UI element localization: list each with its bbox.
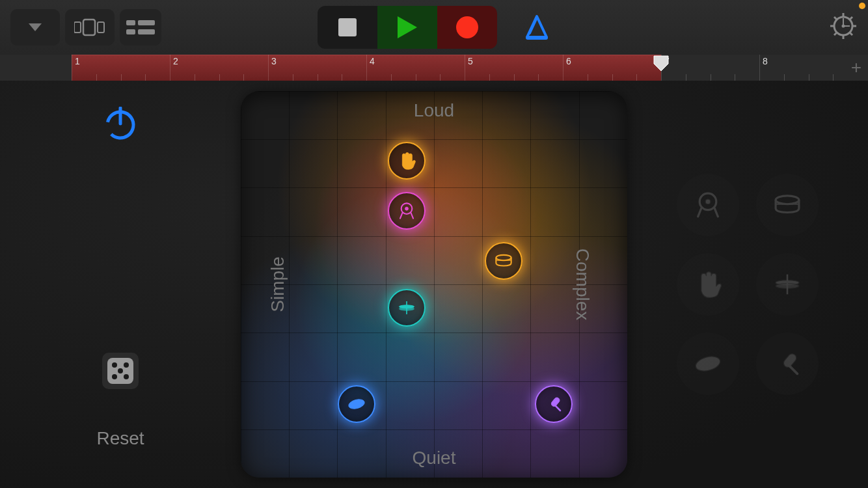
kick-icon <box>397 201 416 221</box>
center-panel: Loud Quiet Simple Complex <box>241 81 627 488</box>
record-button[interactable] <box>437 6 497 49</box>
bar-marker: 8 <box>759 55 770 81</box>
hihat-icon <box>772 269 802 299</box>
pad-label-left: Simple <box>267 256 288 312</box>
power-icon <box>103 107 137 141</box>
metronome-button[interactable] <box>523 14 550 41</box>
mic-icon <box>544 394 563 414</box>
pad-node-snare[interactable] <box>485 242 522 280</box>
play-icon <box>398 16 417 38</box>
notification-dot-icon <box>859 3 865 9</box>
instrument-button-snare[interactable] <box>756 174 819 236</box>
shaker-icon <box>693 349 723 379</box>
bar-marker: 6 <box>563 55 574 81</box>
beat-tick <box>612 74 613 81</box>
beat-tick <box>711 74 711 81</box>
beat-tick <box>636 74 637 81</box>
beat-tick <box>121 74 122 81</box>
menu-dropdown-button[interactable] <box>10 9 60 46</box>
playhead[interactable] <box>653 55 670 72</box>
left-panel: Reset <box>0 81 241 488</box>
randomize-button[interactable] <box>102 353 139 389</box>
beat-tick <box>784 74 785 81</box>
stop-icon <box>338 18 357 36</box>
gear-icon <box>829 12 858 40</box>
hihat-icon <box>397 298 416 318</box>
instrument-button-kick[interactable] <box>677 174 739 236</box>
settings-button[interactable] <box>829 12 858 43</box>
tracks-view-button[interactable] <box>120 9 161 46</box>
snare-icon <box>494 251 513 271</box>
pad-node-shaker[interactable] <box>338 385 375 423</box>
stop-button[interactable] <box>318 6 377 49</box>
beat-tick <box>243 74 244 81</box>
transport-controls <box>318 6 497 49</box>
instrument-button-shaker[interactable] <box>677 332 739 395</box>
hand-icon <box>693 269 723 299</box>
beat-tick <box>416 74 416 81</box>
beat-tick <box>293 74 293 81</box>
kick-icon <box>693 190 723 220</box>
bar-marker: 4 <box>366 55 377 81</box>
beat-tick <box>342 74 342 81</box>
browser-icon <box>74 18 105 36</box>
playhead-icon <box>653 55 670 72</box>
beat-tick <box>735 74 735 81</box>
shaker-icon <box>347 394 366 414</box>
play-button[interactable] <box>377 6 437 49</box>
browser-view-button[interactable] <box>65 9 115 46</box>
beat-tick <box>686 74 686 81</box>
bar-marker: 1 <box>72 55 83 81</box>
pad-label-bottom: Quiet <box>413 448 456 468</box>
pad-grid <box>241 91 627 478</box>
beat-tick <box>809 74 809 81</box>
instrument-button-hat[interactable] <box>756 253 819 316</box>
beat-tick <box>391 74 392 81</box>
beat-tick <box>440 74 441 81</box>
pad-node-mic[interactable] <box>535 385 573 423</box>
chevron-down-icon <box>26 18 44 36</box>
beat-tick <box>538 74 539 81</box>
pad-node-clap[interactable] <box>388 142 426 180</box>
snare-icon <box>772 190 802 220</box>
tracks-icon <box>126 20 155 34</box>
reset-button[interactable]: Reset <box>96 428 144 449</box>
pad-node-kick[interactable] <box>388 192 426 230</box>
beat-tick <box>489 74 490 81</box>
beat-tick <box>195 74 195 81</box>
app-root: 12345678 + Reset Loud Quiet Simple Compl… <box>0 0 868 488</box>
add-bars-button[interactable]: + <box>851 57 861 78</box>
instrument-button-clap[interactable] <box>677 253 739 316</box>
timeline-ruler[interactable]: 12345678 + <box>0 55 868 81</box>
beat-tick <box>145 74 146 81</box>
bar-marker: 2 <box>170 55 181 81</box>
instrument-button-mic[interactable] <box>756 332 819 395</box>
pad-label-top: Loud <box>414 100 454 121</box>
right-panel <box>627 81 868 488</box>
beat-tick <box>588 74 588 81</box>
beat-tick <box>96 74 97 81</box>
beat-tick <box>514 74 515 81</box>
beat-tick <box>833 74 834 81</box>
metronome-icon <box>523 14 550 41</box>
beat-tick <box>219 74 220 81</box>
record-icon <box>456 16 478 38</box>
bar-marker: 5 <box>465 55 476 81</box>
pad-node-hat[interactable] <box>388 289 426 327</box>
power-button[interactable] <box>103 107 137 141</box>
pad-label-right: Complex <box>572 249 593 320</box>
mic-icon <box>772 349 802 379</box>
dice-icon <box>106 357 135 385</box>
xy-pad[interactable]: Loud Quiet Simple Complex <box>241 91 627 478</box>
bar-marker: 3 <box>268 55 279 81</box>
top-toolbar <box>0 0 868 55</box>
beat-tick <box>318 74 318 81</box>
main-area: Reset Loud Quiet Simple Complex <box>0 81 868 488</box>
hand-icon <box>397 151 416 170</box>
